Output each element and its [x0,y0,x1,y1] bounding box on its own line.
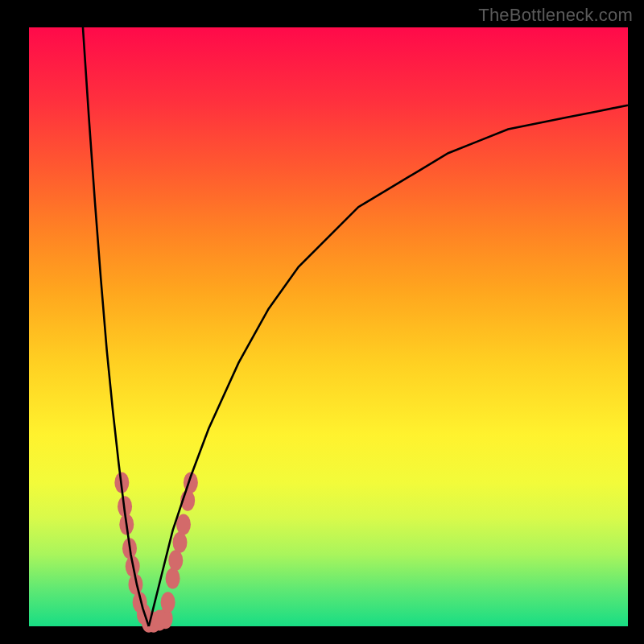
marker-blob [176,514,191,535]
marker-blob [168,550,183,571]
curve-left-branch [83,27,149,626]
watermark-text: TheBottleneck.com [478,5,633,26]
marker-blob [161,592,175,613]
chart-frame: TheBottleneck.com [0,0,644,644]
curve-layer [29,27,628,626]
plot-area [29,27,628,626]
marker-layer [114,472,198,632]
marker-blob [166,568,180,588]
curve-right-branch [149,105,628,626]
marker-blob [172,532,187,553]
